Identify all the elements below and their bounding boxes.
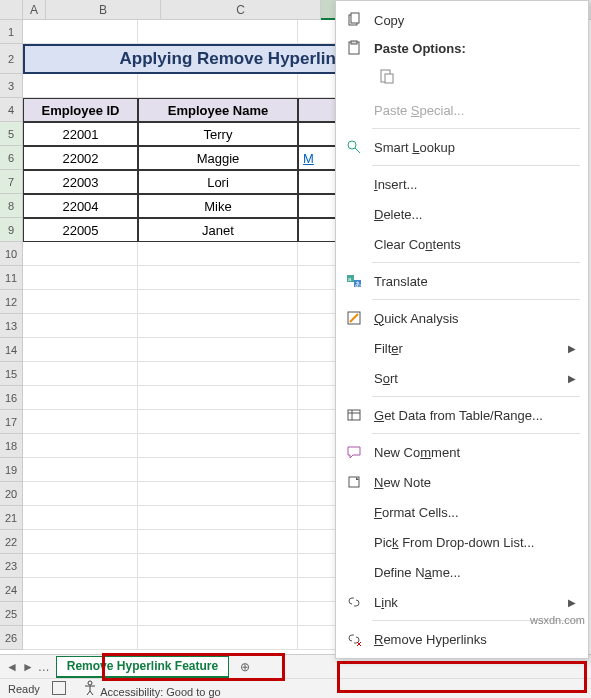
- row-header[interactable]: 3: [0, 74, 23, 98]
- row-header[interactable]: 9: [0, 218, 23, 242]
- cell-name[interactable]: Maggie: [138, 146, 298, 170]
- menu-label: Translate: [374, 274, 576, 289]
- quick-analysis-icon: [344, 308, 364, 328]
- comment-icon: [344, 442, 364, 462]
- select-all-corner[interactable]: [0, 0, 23, 20]
- clipboard-icon: [344, 38, 364, 58]
- menu-label: Filter: [374, 341, 558, 356]
- menu-quick-analysis[interactable]: Quick Analysis: [336, 303, 588, 333]
- menu-label: Sort: [374, 371, 558, 386]
- search-icon: [344, 137, 364, 157]
- row-header[interactable]: 26: [0, 626, 23, 650]
- context-menu: Copy Paste Options: Paste Special... Sma…: [335, 0, 589, 659]
- svg-line-8: [355, 148, 360, 153]
- cell-name[interactable]: Mike: [138, 194, 298, 218]
- th-employee-id[interactable]: Employee ID: [23, 98, 138, 122]
- cell-id[interactable]: 22005: [23, 218, 138, 242]
- row-header[interactable]: 22: [0, 530, 23, 554]
- tab-next-icon[interactable]: ►: [22, 660, 34, 674]
- menu-clear-contents[interactable]: Clear Contents: [336, 229, 588, 259]
- svg-rect-4: [351, 41, 357, 44]
- cell-id[interactable]: 22001: [23, 122, 138, 146]
- remove-link-icon: [344, 629, 364, 649]
- menu-link[interactable]: Link ▶: [336, 587, 588, 617]
- copy-icon: [344, 10, 364, 30]
- col-header-b[interactable]: B: [46, 0, 161, 20]
- menu-translate[interactable]: aあ Translate: [336, 266, 588, 296]
- paste-icon[interactable]: [374, 63, 400, 89]
- menu-label: Copy: [374, 13, 576, 28]
- row-header[interactable]: 7: [0, 170, 23, 194]
- menu-new-comment[interactable]: New Comment: [336, 437, 588, 467]
- menu-label: New Comment: [374, 445, 576, 460]
- th-employee-name[interactable]: Employee Name: [138, 98, 298, 122]
- row-header[interactable]: 20: [0, 482, 23, 506]
- menu-get-data[interactable]: Get Data from Table/Range...: [336, 400, 588, 430]
- menu-label: Remove Hyperlinks: [374, 632, 576, 647]
- col-header-c[interactable]: C: [161, 0, 321, 20]
- paste-icons-row: [336, 61, 588, 95]
- menu-label: Insert...: [374, 177, 576, 192]
- row-header[interactable]: 13: [0, 314, 23, 338]
- watermark: wsxdn.com: [530, 614, 585, 626]
- row-header[interactable]: 25: [0, 602, 23, 626]
- macro-record-icon[interactable]: [52, 681, 70, 697]
- chevron-right-icon: ▶: [568, 343, 576, 354]
- accessibility-status[interactable]: Accessibility: Good to go: [82, 680, 221, 698]
- menu-copy[interactable]: Copy: [336, 5, 588, 35]
- row-header[interactable]: 19: [0, 458, 23, 482]
- menu-new-note[interactable]: New Note: [336, 467, 588, 497]
- row-header[interactable]: 5: [0, 122, 23, 146]
- cell-id[interactable]: 22003: [23, 170, 138, 194]
- row-header[interactable]: 24: [0, 578, 23, 602]
- col-header-a[interactable]: A: [23, 0, 46, 20]
- cell-name[interactable]: Terry: [138, 122, 298, 146]
- row-header[interactable]: 11: [0, 266, 23, 290]
- menu-remove-hyperlinks[interactable]: Remove Hyperlinks: [336, 624, 588, 654]
- cell-id[interactable]: 22002: [23, 146, 138, 170]
- menu-sort[interactable]: Sort ▶: [336, 363, 588, 393]
- row-header[interactable]: 21: [0, 506, 23, 530]
- cell-id[interactable]: 22004: [23, 194, 138, 218]
- row-header[interactable]: 4: [0, 98, 23, 122]
- row-header[interactable]: 8: [0, 194, 23, 218]
- row-header[interactable]: 10: [0, 242, 23, 266]
- row-header[interactable]: 16: [0, 386, 23, 410]
- row-header[interactable]: 23: [0, 554, 23, 578]
- row-header[interactable]: 2: [0, 44, 23, 74]
- add-sheet-icon[interactable]: ⊕: [235, 660, 255, 674]
- menu-paste-options: Paste Options:: [336, 35, 588, 61]
- menu-separator: [372, 165, 580, 166]
- tab-prev-icon[interactable]: ◄: [6, 660, 18, 674]
- cell-name[interactable]: Janet: [138, 218, 298, 242]
- cell-name[interactable]: Lori: [138, 170, 298, 194]
- menu-separator: [372, 128, 580, 129]
- chevron-right-icon: ▶: [568, 373, 576, 384]
- menu-label: New Note: [374, 475, 576, 490]
- svg-rect-6: [385, 74, 393, 83]
- menu-format-cells[interactable]: Format Cells...: [336, 497, 588, 527]
- menu-define-name[interactable]: Define Name...: [336, 557, 588, 587]
- row-header[interactable]: 6: [0, 146, 23, 170]
- menu-delete[interactable]: Delete...: [336, 199, 588, 229]
- menu-insert[interactable]: Insert...: [336, 169, 588, 199]
- tab-more-icon[interactable]: …: [38, 660, 50, 674]
- row-header[interactable]: 18: [0, 434, 23, 458]
- blank-icon: [344, 502, 364, 522]
- menu-label: Paste Options:: [374, 41, 576, 56]
- row-header[interactable]: 1: [0, 20, 23, 44]
- row-header[interactable]: 14: [0, 338, 23, 362]
- menu-label: Clear Contents: [374, 237, 576, 252]
- menu-smart-lookup[interactable]: Smart Lookup: [336, 132, 588, 162]
- row-header[interactable]: 12: [0, 290, 23, 314]
- blank-icon: [344, 100, 364, 120]
- menu-filter[interactable]: Filter ▶: [336, 333, 588, 363]
- menu-pick-list[interactable]: Pick From Drop-down List...: [336, 527, 588, 557]
- svg-text:あ: あ: [355, 281, 361, 288]
- sheet-tab-active[interactable]: Remove Hyperlink Feature: [56, 656, 229, 678]
- menu-label: Get Data from Table/Range...: [374, 408, 576, 423]
- row-header[interactable]: 15: [0, 362, 23, 386]
- menu-label: Paste Special...: [374, 103, 576, 118]
- row-header[interactable]: 17: [0, 410, 23, 434]
- blank-icon: [344, 532, 364, 552]
